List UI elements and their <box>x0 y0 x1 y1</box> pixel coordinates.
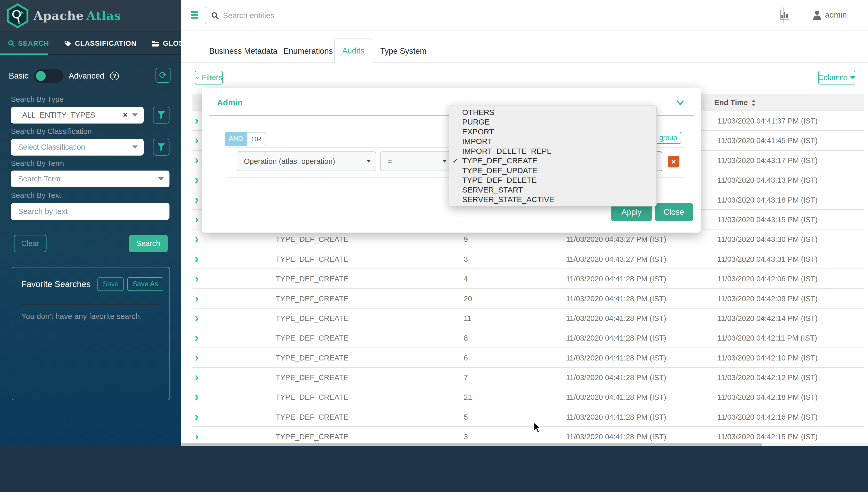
logo[interactable]: ApacheAtlas <box>0 0 181 31</box>
expand-row-icon[interactable]: › <box>195 115 199 126</box>
end-time-column-header[interactable]: End Time <box>714 98 756 107</box>
hamburger-menu-icon[interactable] <box>191 11 198 20</box>
admin-panel-title: Admin <box>217 98 243 107</box>
scrollbar-thumb[interactable] <box>181 443 762 446</box>
expand-row-icon[interactable]: › <box>195 253 199 264</box>
search-by-type-label: Search By Type <box>11 95 63 104</box>
sidebar: ApacheAtlas SEARCH CLASSIFICATION <box>0 0 181 446</box>
sidebar-tab-search[interactable]: SEARCH <box>0 32 49 54</box>
operation-value-dropdown: OTHERSPURGEEXPORTIMPORTIMPORT_DELETE_REP… <box>449 105 657 206</box>
caret-down-icon <box>442 160 447 163</box>
dropdown-option[interactable]: TYPE_DEF_DELETE <box>449 175 657 185</box>
count-cell: 3 <box>464 433 468 441</box>
clear-button[interactable]: Clear <box>14 235 47 252</box>
dropdown-option[interactable]: OTHERS <box>449 107 657 117</box>
search-by-text-input[interactable]: Search by text <box>11 203 170 220</box>
operation-cell: TYPE_DEF_CREATE <box>276 393 348 401</box>
tab-audits[interactable]: Audits <box>334 39 372 63</box>
expand-row-icon[interactable]: › <box>195 273 199 284</box>
user-menu[interactable]: admin <box>813 10 847 20</box>
dropdown-option[interactable]: EXPORT <box>449 127 657 137</box>
expand-row-icon[interactable]: › <box>195 430 199 442</box>
end-time-cell: 11/03/2020 04:42:16 PM (IST) <box>717 413 818 421</box>
tab-business-metadata[interactable]: Business Metadata <box>209 47 277 56</box>
expand-row-icon[interactable]: › <box>195 371 199 383</box>
atlas-logo-icon <box>6 3 29 28</box>
dropdown-option[interactable]: ✓TYPE_DEF_CREATE <box>449 156 657 166</box>
type-attribute-filter-button[interactable] <box>153 107 170 124</box>
collapse-chevron-icon[interactable] <box>676 100 684 106</box>
expand-row-icon[interactable]: › <box>195 293 199 304</box>
help-icon[interactable]: ? <box>110 72 119 80</box>
end-time-cell: 11/03/2020 04:42:11 PM (IST) <box>717 334 817 342</box>
global-search-placeholder: Search entities <box>223 11 274 20</box>
clear-type-icon[interactable]: × <box>123 110 128 120</box>
table-row: ›TYPE_DEF_CREATE2011/03/2020 04:41:28 PM… <box>193 289 864 309</box>
expand-row-icon[interactable]: › <box>195 312 199 323</box>
sidebar-tab-search-label: SEARCH <box>18 40 49 48</box>
attribute-select[interactable]: Operation (atlas_operation) <box>237 151 376 171</box>
basic-advanced-toggle[interactable] <box>34 69 63 83</box>
horizontal-scrollbar[interactable] <box>181 443 868 446</box>
advanced-label: Advanced <box>69 71 104 81</box>
expand-row-icon[interactable]: › <box>195 194 199 205</box>
refresh-button[interactable]: ⟳ <box>155 68 171 83</box>
end-time-cell: 11/03/2020 04:43:17 PM (IST) <box>717 156 818 165</box>
and-button[interactable]: AND <box>225 132 247 146</box>
statistics-chart-icon[interactable] <box>780 10 789 20</box>
logo-text: ApacheAtlas <box>33 9 121 23</box>
app-root: Business Metadata Enumerations Audits Ty… <box>0 0 868 492</box>
dropdown-option[interactable]: TYPE_DEF_UPDATE <box>449 166 657 175</box>
end-time-cell: 11/03/2020 04:42:09 PM (IST) <box>717 295 818 303</box>
classification-attribute-filter-button[interactable] <box>153 139 170 155</box>
tab-type-system[interactable]: Type System <box>380 47 427 56</box>
dropdown-option[interactable]: PURGE <box>449 117 657 127</box>
dropdown-option[interactable]: IMPORT_DELETE_REPL <box>449 146 657 156</box>
folder-icon <box>152 40 160 47</box>
start-time-cell: 11/03/2020 04:41:28 PM (IST) <box>566 295 666 303</box>
search-by-type-value: _ALL_ENTITY_TYPES <box>18 111 95 119</box>
expand-row-icon[interactable]: › <box>195 134 199 146</box>
search-by-classification-label: Search By Classification <box>11 127 92 136</box>
search-by-text-label: Search By Text <box>11 191 61 200</box>
end-time-cell: 11/03/2020 04:43:18 PM (IST) <box>717 196 818 204</box>
count-cell: 21 <box>464 393 472 401</box>
or-button[interactable]: OR <box>247 132 266 146</box>
search-by-term-label: Search By Term <box>11 159 64 168</box>
search-by-classification-select[interactable]: Select Classification <box>11 139 144 155</box>
expand-row-icon[interactable]: › <box>195 154 199 166</box>
checkmark-icon: ✓ <box>452 156 458 165</box>
refresh-icon: ⟳ <box>159 70 167 81</box>
search-icon <box>211 11 219 19</box>
search-by-term-select[interactable]: Search Term <box>11 171 170 187</box>
expand-row-icon[interactable]: › <box>195 352 199 363</box>
operator-select[interactable]: = <box>380 151 452 171</box>
save-button[interactable]: Save <box>97 277 124 291</box>
tab-enumerations[interactable]: Enumerations <box>283 47 333 56</box>
tag-icon <box>64 40 72 47</box>
sidebar-tab-glossary[interactable]: GLOSSARY <box>144 32 204 54</box>
table-row: ›TYPE_DEF_CREATE411/03/2020 04:41:28 PM … <box>193 269 864 289</box>
search-by-type-select[interactable]: _ALL_ENTITY_TYPES × <box>11 107 144 124</box>
search-button[interactable]: Search <box>129 235 168 252</box>
save-as-button[interactable]: Save As <box>127 277 163 291</box>
columns-button[interactable]: Columns <box>818 71 856 84</box>
operation-cell: TYPE_DEF_CREATE <box>276 354 348 362</box>
expand-row-icon[interactable]: › <box>195 233 199 244</box>
close-button[interactable]: Close <box>655 203 693 221</box>
end-time-cell: 11/03/2020 04:42:14 PM (IST) <box>717 314 818 323</box>
sidebar-tab-classification[interactable]: CLASSIFICATION <box>56 32 137 54</box>
filters-button[interactable]: Filters <box>195 71 223 84</box>
expand-row-icon[interactable]: › <box>195 174 199 185</box>
expand-row-icon[interactable]: › <box>195 391 199 402</box>
table-row: ›TYPE_DEF_CREATE2111/03/2020 04:41:28 PM… <box>193 387 864 407</box>
dropdown-option[interactable]: SERVER_START <box>449 185 657 195</box>
expand-row-icon[interactable]: › <box>195 332 199 343</box>
expand-row-icon[interactable]: › <box>195 411 199 422</box>
dropdown-option[interactable]: IMPORT <box>449 137 657 147</box>
start-time-cell: 11/03/2020 04:41:28 PM (IST) <box>566 275 666 283</box>
remove-filter-button[interactable]: × <box>668 156 680 168</box>
dropdown-option[interactable]: SERVER_STATE_ACTIVE <box>449 195 657 205</box>
global-search-input[interactable]: Search entities <box>205 7 784 24</box>
expand-row-icon[interactable]: › <box>195 214 199 225</box>
